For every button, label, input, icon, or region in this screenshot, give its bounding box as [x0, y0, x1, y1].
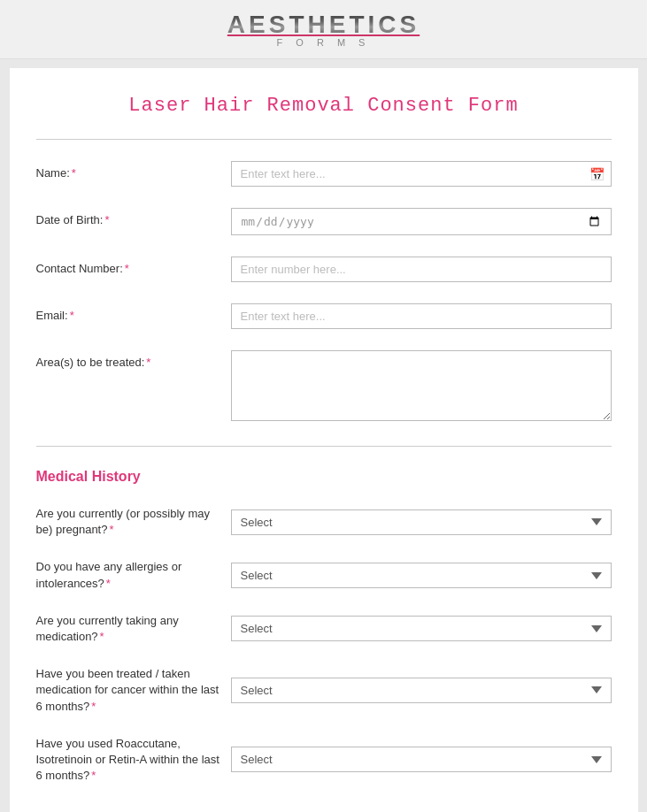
- areas-input-wrapper: [231, 350, 612, 425]
- contact-label: Contact Number:*: [36, 257, 231, 275]
- roaccutane-select-wrapper: Select Yes No: [231, 747, 612, 772]
- medication-row: Are you currently taking any medication?…: [36, 609, 612, 648]
- name-required: *: [72, 166, 76, 180]
- dob-required: *: [104, 213, 109, 226]
- areas-required: *: [146, 356, 150, 369]
- allergies-select-wrapper: Select Yes No: [231, 563, 612, 588]
- cancer-row: Have you been treated / taken medication…: [36, 663, 612, 718]
- allergies-label: Do you have any allergies or intolerance…: [36, 559, 231, 591]
- app-header: AESTHETICS F O R M S: [0, 0, 647, 59]
- contact-input[interactable]: [231, 257, 612, 282]
- email-label: Email:*: [36, 303, 231, 322]
- medication-label: Are you currently taking any medication?…: [36, 613, 231, 645]
- email-input-wrapper: [231, 303, 612, 329]
- logo-aesthetics-text: AESTHETICS: [227, 11, 420, 38]
- email-row: Email:*: [36, 300, 612, 333]
- allergies-select[interactable]: Select Yes No: [231, 563, 612, 588]
- dob-label: Date of Birth:*: [36, 208, 231, 226]
- email-input[interactable]: [231, 303, 612, 329]
- contact-row: Contact Number:*: [36, 253, 612, 286]
- logo-forms-text: F O R M S: [227, 37, 420, 48]
- contact-required: *: [125, 262, 129, 275]
- pregnant-select[interactable]: Select Yes No: [231, 509, 612, 535]
- cancer-select-wrapper: Select Yes No: [231, 678, 612, 703]
- roaccutane-select[interactable]: Select Yes No: [231, 747, 612, 772]
- pregnant-label: Are you currently (or possibly may be) p…: [36, 506, 231, 538]
- name-input[interactable]: [231, 161, 612, 187]
- medication-select[interactable]: Select Yes No: [231, 616, 612, 641]
- name-input-wrapper: 📅: [231, 161, 612, 187]
- dob-input[interactable]: [231, 208, 612, 235]
- pregnant-select-wrapper: Select Yes No: [231, 509, 612, 535]
- section-divider: [36, 446, 612, 447]
- name-row: Name:* 📅: [36, 157, 612, 190]
- pregnant-row: Are you currently (or possibly may be) p…: [36, 502, 612, 541]
- title-divider: [36, 139, 612, 140]
- logo: AESTHETICS F O R M S: [227, 11, 420, 48]
- allergies-row: Do you have any allergies or intolerance…: [36, 555, 612, 594]
- medication-required: *: [100, 630, 104, 643]
- email-required: *: [70, 309, 74, 322]
- form-title: Laser Hair Removal Consent Form: [36, 95, 612, 117]
- calendar-icon: 📅: [589, 167, 605, 181]
- areas-label: Area(s) to be treated:*: [36, 350, 231, 369]
- pregnant-required: *: [109, 523, 113, 536]
- name-label: Name:*: [36, 161, 231, 180]
- medication-select-wrapper: Select Yes No: [231, 616, 612, 641]
- dob-input-wrapper: [231, 208, 612, 235]
- roaccutane-required: *: [91, 769, 96, 782]
- allergies-required: *: [106, 577, 111, 590]
- dob-row: Date of Birth:*: [36, 204, 612, 239]
- cancer-select[interactable]: Select Yes No: [231, 678, 612, 703]
- cancer-label: Have you been treated / taken medication…: [36, 666, 231, 715]
- cancer-required: *: [91, 700, 96, 713]
- areas-textarea[interactable]: [231, 350, 612, 421]
- roaccutane-label: Have you used Roaccutane, Isotretinoin o…: [36, 736, 231, 785]
- form-container: Laser Hair Removal Consent Form Name:* 📅…: [10, 68, 638, 812]
- medical-history-title: Medical History: [36, 469, 612, 485]
- areas-row: Area(s) to be treated:*: [36, 347, 612, 428]
- contact-input-wrapper: [231, 257, 612, 282]
- roaccutane-row: Have you used Roaccutane, Isotretinoin o…: [36, 732, 612, 788]
